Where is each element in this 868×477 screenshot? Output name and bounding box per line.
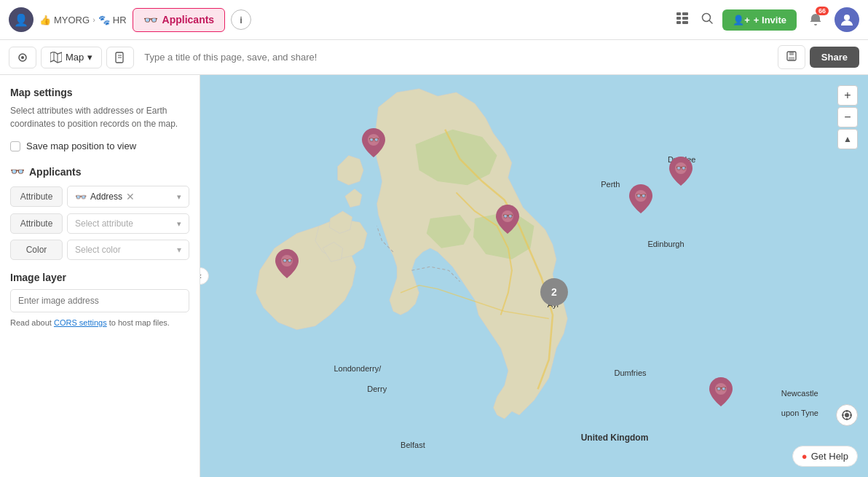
sidebar-title: Map settings [10,87,189,98]
svg-text:👓: 👓 [502,210,513,221]
map-view-button[interactable]: Map ▾ [41,47,102,68]
map-background: Perth Dundee Edinburgh Ayr Dumfries Lond… [200,75,868,477]
share-button[interactable]: Share [810,47,859,68]
map-pin-edinburgh[interactable]: 👓 [629,184,652,216]
svg-text:👓: 👓 [282,255,293,266]
cors-settings-link[interactable]: CORS settings [54,318,107,327]
cors-prefix: Read about [10,318,54,327]
search-button[interactable] [698,9,717,31]
collapse-icon: ‹ [200,271,202,281]
color-chevron-icon: ▾ [177,245,181,255]
org-name: MYORG [54,15,90,25]
grid-view-button[interactable] [673,9,692,31]
svg-point-10 [21,56,24,59]
main-layout: Map settings Select attributes with addr… [0,75,868,477]
help-label: Get Help [811,451,848,462]
attribute-row-2: Attribute Select attribute ▾ [10,213,189,234]
user-avatar-nav[interactable]: 👤 [9,7,33,32]
image-layer-title: Image layer [10,272,189,283]
section-glasses-icon: 👓 [10,165,25,178]
map-svg [200,75,868,477]
attribute-label-2: Attribute [10,213,63,234]
svg-rect-3 [682,17,688,20]
cluster-count: 2 [551,286,557,298]
page-title-input[interactable] [138,47,773,67]
attribute-row-1: Attribute 👓 Address ✕ ▾ [10,186,189,208]
map-label: Map [66,52,84,63]
cors-info: Read about CORS settings to host map fil… [10,318,189,327]
save-map-position-row: Save map position to view [10,141,189,151]
map-pin-3[interactable]: 👓 [496,205,519,236]
compass-button[interactable]: ▲ [837,129,858,149]
org-icon: 👍 [39,15,51,25]
save-position-label: Save map position to view [26,141,136,151]
address-icon: 👓 [75,192,87,202]
svg-rect-2 [676,17,681,20]
invite-button[interactable]: 👤+ + Invite [722,9,797,31]
save-position-checkbox[interactable] [10,141,20,151]
select-attribute-chevron[interactable]: ▾ [177,219,181,229]
tab-icon: 👓 [143,13,158,27]
svg-rect-4 [676,21,681,24]
color-label: Color [10,240,63,260]
applicants-section-label: 👓 Applicants [10,165,189,178]
map-pin-2[interactable]: 👓 [275,249,299,280]
help-button[interactable]: ● Get Help [792,446,858,467]
map-cluster-pin[interactable]: 2 [540,278,568,306]
zoom-in-button[interactable]: + [837,85,858,106]
svg-line-7 [709,20,712,23]
svg-rect-1 [682,12,688,15]
info-icon: i [240,15,242,25]
sidebar: Map settings Select attributes with addr… [0,75,200,477]
nav-right: 👤+ + Invite 66 [722,7,859,32]
map-pin-south[interactable]: 👓 [709,377,733,409]
svg-marker-11 [50,52,62,63]
section-name: HR [113,15,127,25]
clear-attribute-button[interactable]: ✕ [126,191,135,202]
map-pin-perth[interactable]: 👓 [669,157,693,188]
section-icon: 🐾 [98,15,110,25]
notif-badge: 66 [816,7,829,15]
save-button[interactable] [778,45,805,69]
notifications-button[interactable]: 66 [804,8,827,31]
sidebar-description: Select attributes with addresses or Eart… [10,104,189,130]
svg-rect-18 [789,52,794,55]
svg-text:👓: 👓 [636,190,647,201]
navbar: 👤 👍 MYORG › 🐾 HR 👓 Applicants i 👤+ [0,0,868,40]
attribute-select-2[interactable]: Select attribute ▾ [67,213,189,234]
image-address-input[interactable] [10,289,189,312]
map-chevron-icon: ▾ [87,52,92,63]
avatar-icon: 👤 [14,13,28,27]
toolbar: Map ▾ Share [0,40,868,75]
svg-rect-19 [789,57,794,60]
map-pin-1[interactable]: 👓 [362,128,385,159]
info-button[interactable]: i [231,9,251,30]
select-attribute-placeholder: Select attribute [75,218,133,229]
cors-suffix: to host map files. [107,318,170,327]
svg-point-33 [845,413,849,417]
nav-chevron-icon: › [92,15,95,24]
tab-label: Applicants [162,14,215,25]
attribute-label-1: Attribute [10,186,63,207]
color-placeholder: Select color [75,245,121,255]
svg-text:👓: 👓 [368,134,379,145]
attribute-value-1[interactable]: 👓 Address ✕ ▾ [67,186,189,208]
compass-icon: ▲ [843,134,852,144]
invite-icon: 👤+ [733,15,750,25]
address-text: Address [90,192,122,202]
svg-point-8 [844,15,850,20]
attribute-dropdown-chevron[interactable]: ▾ [177,192,181,202]
map-area[interactable]: Perth Dundee Edinburgh Ayr Dumfries Lond… [200,75,868,477]
location-button[interactable] [836,404,858,426]
user-profile-avatar[interactable] [835,7,859,32]
active-tab[interactable]: 👓 Applicants [133,8,226,32]
file-button[interactable] [106,47,134,68]
svg-text:👓: 👓 [716,383,727,394]
svg-rect-0 [676,12,681,15]
map-controls: + − ▲ [837,85,858,149]
view-toggle-button[interactable] [9,47,36,68]
color-select[interactable]: Select color ▾ [67,240,189,260]
zoom-out-button[interactable]: − [837,107,858,127]
color-row: Color Select color ▾ [10,240,189,260]
org-section: 👍 MYORG › 🐾 HR [39,15,127,25]
